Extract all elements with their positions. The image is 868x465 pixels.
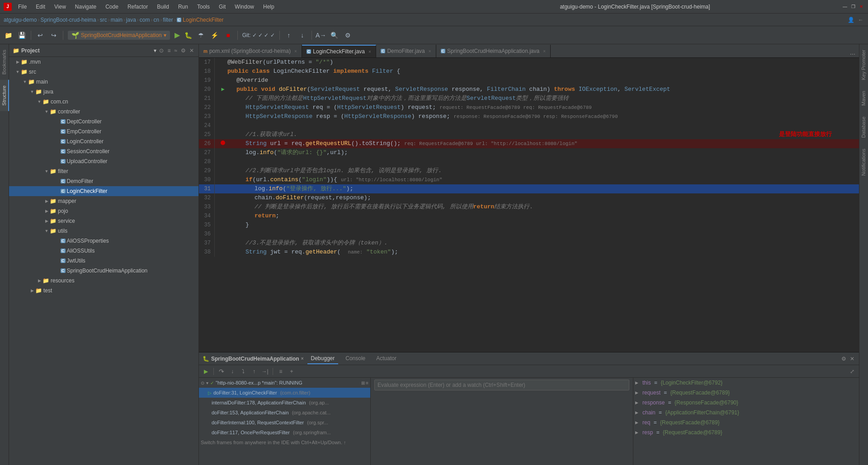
step-out-btn[interactable]: ↑ bbox=[249, 366, 259, 376]
key-promoter-panel[interactable]: Key Promoter bbox=[859, 44, 868, 85]
evaluate-input[interactable] bbox=[374, 380, 629, 390]
force-step-into-btn[interactable]: ⤵ bbox=[238, 366, 248, 376]
debug-close-icon[interactable]: ✕ bbox=[849, 355, 855, 363]
tree-item-jwtutils[interactable]: C JwtUtils bbox=[9, 256, 198, 266]
stop-btn[interactable]: ■ bbox=[222, 29, 235, 42]
frame-dofilter2[interactable]: doFilter:153, ApplicationFilterChain (or… bbox=[199, 408, 370, 418]
menu-run[interactable]: Run bbox=[175, 3, 192, 11]
translate-btn[interactable]: A→ bbox=[315, 29, 327, 42]
settings-icon[interactable]: ⚙ bbox=[180, 47, 187, 55]
tree-item-java[interactable]: ▼ 📁 java bbox=[9, 87, 198, 97]
tab-demofilter[interactable]: C DemoFilter.java × bbox=[376, 45, 436, 57]
menu-tools[interactable]: Tools bbox=[193, 3, 213, 11]
collapse-all-icon[interactable]: ≡ bbox=[166, 47, 171, 55]
maximize-button[interactable]: ❐ bbox=[850, 4, 856, 10]
frame-dofilteronce[interactable]: doFilter:117, OncePerRequestFilter (org.… bbox=[199, 427, 370, 437]
profile-btn[interactable]: ⚡ bbox=[208, 29, 221, 42]
step-over-btn[interactable]: ↷ bbox=[217, 366, 226, 376]
tab-close-icon[interactable]: × bbox=[543, 49, 546, 54]
settings-btn[interactable]: ⚙ bbox=[342, 29, 354, 42]
minimize-button[interactable]: — bbox=[842, 4, 848, 10]
tree-item-aliossprops[interactable]: C AliOSSProperties bbox=[9, 236, 198, 246]
add-watch-btn[interactable]: + bbox=[287, 366, 297, 376]
push-btn[interactable]: ↓ bbox=[296, 29, 309, 42]
tree-item-service[interactable]: ▶ 📁 service bbox=[9, 216, 198, 226]
close-panel-icon[interactable]: ✕ bbox=[189, 47, 195, 55]
frame-dofiltinternal[interactable]: doFilterInternal:100, RequestContextFilt… bbox=[199, 418, 370, 427]
breadcrumb-java[interactable]: java bbox=[126, 17, 136, 23]
structure-tab[interactable]: Structure bbox=[0, 80, 9, 111]
menu-window[interactable]: Window bbox=[231, 3, 258, 11]
tree-item-empcontroller[interactable]: C EmpController bbox=[9, 127, 198, 136]
resume-btn[interactable]: ▶ bbox=[201, 366, 211, 376]
menu-help[interactable]: Help bbox=[259, 3, 278, 11]
tree-item-springbootapp[interactable]: C SpringBootCrudHeimaApplication bbox=[9, 266, 198, 276]
update-btn[interactable]: ↑ bbox=[283, 29, 295, 42]
var-resp[interactable]: ▶ resp = {RequestFacade@6789} bbox=[633, 427, 859, 437]
step-into-btn[interactable]: ↓ bbox=[227, 366, 237, 376]
tree-item-demofilter[interactable]: C DemoFilter bbox=[9, 176, 198, 186]
coverage-btn[interactable]: ☂ bbox=[195, 29, 208, 42]
database-panel[interactable]: Database bbox=[859, 111, 868, 143]
tab-close-icon[interactable]: × bbox=[429, 49, 431, 54]
breadcrumb-back-icon[interactable]: ← bbox=[857, 16, 864, 24]
menu-code[interactable]: Code bbox=[102, 3, 122, 11]
tree-item-uploadcontroller[interactable]: C UploadController bbox=[9, 156, 198, 166]
menu-navigate[interactable]: Navigate bbox=[71, 3, 100, 11]
toolbar-save-btn[interactable]: 💾 bbox=[15, 29, 28, 42]
tree-item-logincheckfilter[interactable]: C LoginCheckFilter bbox=[9, 186, 198, 196]
tree-item-sessioncontroller[interactable]: C SessionController bbox=[9, 146, 198, 156]
var-response[interactable]: ▶ response = {ResponseFacade@6790} bbox=[633, 398, 859, 408]
tab-pom[interactable]: m pom.xml (SpringBoot-crud-heima) × bbox=[199, 45, 302, 57]
toolbar-open-btn[interactable]: 📁 bbox=[2, 29, 14, 42]
tab-close-icon[interactable]: × bbox=[368, 49, 371, 54]
menu-view[interactable]: View bbox=[51, 3, 70, 11]
dump-icon[interactable]: ⊞ bbox=[361, 380, 365, 385]
tab-close-icon[interactable]: × bbox=[294, 49, 297, 54]
debug-tab-actuator[interactable]: Actuator bbox=[373, 353, 400, 364]
notifications-panel[interactable]: Notifications bbox=[859, 143, 868, 181]
sort-icon[interactable]: ≈ bbox=[173, 47, 178, 55]
var-req[interactable]: ▶ req = {RequestFacade@6789} bbox=[633, 418, 859, 427]
menu-build[interactable]: Build bbox=[153, 3, 173, 11]
thread-running[interactable]: ⊙ ▾ ✓ "http-nio-8080-ex...p *main": RUNN… bbox=[199, 378, 370, 388]
tree-item-test[interactable]: ▶ 📁 test bbox=[9, 286, 198, 296]
breadcrumb-action-icon[interactable]: 👤 bbox=[847, 16, 855, 24]
debug-button[interactable]: 🐛 bbox=[183, 31, 194, 40]
tree-item-main[interactable]: ▼ 📁 main bbox=[9, 77, 198, 87]
tree-item-mvn[interactable]: ▶ 📁 .mvn bbox=[9, 57, 198, 67]
close-button[interactable]: ✕ bbox=[858, 4, 864, 10]
debug-settings-icon[interactable]: ⚙ bbox=[840, 355, 847, 363]
tree-item-deptcontroller[interactable]: C DeptController bbox=[9, 117, 198, 127]
frame-dofilter[interactable]: ▷ doFilter:31, LoginCheckFilter (com.cn.… bbox=[199, 388, 370, 398]
menu-file[interactable]: File bbox=[14, 3, 30, 11]
menu-git[interactable]: Git bbox=[215, 3, 229, 11]
settings2-icon[interactable]: ≡ bbox=[366, 380, 368, 385]
breadcrumb-module[interactable]: SpringBoot-crud-heima bbox=[40, 17, 96, 23]
var-this[interactable]: ▶ this = {LoginCheckFilter@6792} bbox=[633, 378, 859, 388]
var-request[interactable]: ▶ request = {RequestFacade@6789} bbox=[633, 388, 859, 398]
tree-item-controller[interactable]: ▼ 📁 controller bbox=[9, 107, 198, 117]
code-editor[interactable]: 17 @WebFilter(urlPatterns = "/*") 18 pub… bbox=[199, 58, 859, 352]
tree-item-pojo[interactable]: ▶ 📁 pojo bbox=[9, 206, 198, 216]
run-config-selector[interactable]: 🌱 SpringBootCrudHeimaApplication ▾ bbox=[68, 31, 170, 40]
toolbar-undo-btn[interactable]: ↩ bbox=[34, 29, 47, 42]
more-tabs-btn[interactable]: ⋯ bbox=[846, 51, 859, 57]
tree-item-filter[interactable]: ▼ 📁 filter bbox=[9, 166, 198, 176]
breadcrumb-filter[interactable]: filter bbox=[163, 17, 173, 23]
tree-item-logincontroller[interactable]: C LoginController bbox=[9, 136, 198, 146]
toolbar-redo-btn[interactable]: ↪ bbox=[47, 29, 60, 42]
tree-item-comcn[interactable]: ▼ 📁 com.cn bbox=[9, 97, 198, 107]
tree-item-utils[interactable]: ▼ 📁 utils bbox=[9, 226, 198, 236]
debug-tab-close[interactable]: × bbox=[301, 356, 304, 361]
maven-panel[interactable]: Maven bbox=[859, 85, 868, 111]
locate-icon[interactable]: ⊙ bbox=[158, 47, 165, 55]
tab-logincheckfilter[interactable]: C LoginCheckFilter.java × bbox=[302, 45, 376, 57]
menu-refactor[interactable]: Refactor bbox=[124, 3, 151, 11]
run-to-cursor-btn[interactable]: →| bbox=[260, 366, 270, 376]
tree-item-aliossutils[interactable]: C AliOSSUtils bbox=[9, 246, 198, 256]
tree-item-resources[interactable]: ▶ 📁 resources bbox=[9, 276, 198, 286]
breadcrumb-cn[interactable]: cn bbox=[154, 17, 160, 23]
frame-internal[interactable]: internalDoFilter:178, ApplicationFilterC… bbox=[199, 398, 370, 408]
search-everywhere-btn[interactable]: 🔍 bbox=[328, 29, 341, 42]
